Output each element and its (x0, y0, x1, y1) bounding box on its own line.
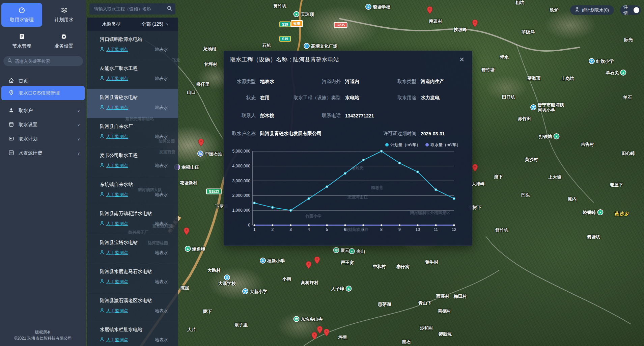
poi-label: 羊石尖 (606, 70, 619, 75)
field-value: 彭木桃 (260, 113, 274, 119)
station-meta-row: 人工监测点地表水 (100, 221, 168, 227)
culture-icon: 广 (304, 43, 310, 49)
station-name: 陆河县自来水厂 (100, 124, 168, 130)
chevron-down-icon[interactable]: ∨ (166, 22, 169, 26)
map-pin-marker[interactable] (427, 6, 432, 15)
waves-icon (61, 7, 67, 15)
monitor-point-link[interactable]: 人工监测点 (106, 279, 128, 285)
map-pin-marker[interactable] (306, 261, 311, 270)
person-icon (100, 337, 104, 343)
station-list-item[interactable]: 河口镇唱歌潭水电站人工监测点地表水 (87, 31, 178, 60)
svg-text:10: 10 (416, 227, 420, 232)
map-pin-marker[interactable] (317, 326, 323, 335)
app-tile-water-use[interactable]: 取用水管理 (1, 3, 42, 27)
station-list-item[interactable]: 水唇镇水栏肚水电站人工监测点地表水 (87, 321, 178, 346)
station-name: 河口镇唱歌潭水电站 (100, 36, 168, 43)
chevron-down-icon[interactable]: ∨ (77, 123, 80, 127)
svg-text:11: 11 (434, 227, 438, 232)
poi-mountain: ▲天珠顶 (293, 11, 314, 17)
station-list-item[interactable]: 陆河县南万镇杞洋水电站人工监测点地表水 (87, 205, 178, 234)
search-icon[interactable] (167, 6, 172, 12)
mountain-icon: ▲ (349, 248, 355, 254)
poi-label: 烧香嶂 (583, 210, 596, 215)
station-name: 友能水厂取水工程 (100, 65, 168, 72)
close-icon[interactable]: ✕ (459, 56, 465, 63)
sidebar-item-label: 取水设置 (19, 122, 37, 128)
svg-text:0: 0 (248, 223, 250, 228)
sidebar-search-input[interactable] (15, 59, 79, 64)
sidebar-item-4[interactable]: 取水计划∨ (1, 132, 85, 146)
monitor-point-link[interactable]: 人工监测点 (106, 250, 128, 256)
station-list-item[interactable]: 陆河县宝塔水电站人工监测点地表水 (87, 234, 178, 263)
station-list-item[interactable]: 陆河县自来水厂人工监测点地表水 (87, 118, 178, 147)
map-pin-marker[interactable] (312, 332, 317, 341)
poi-label: 福新小学 (267, 258, 285, 263)
monitor-point-link[interactable]: 人工监测点 (106, 192, 128, 198)
svg-text:计划量（m³/年）: 计划量（m³/年） (390, 142, 420, 147)
poi-school: 文普宁市船埔镇 河坑小学 (530, 102, 564, 112)
sidebar-item-3[interactable]: 取水设置∨ (1, 118, 85, 132)
field-value: 陆河县青砼水电发展有限公司 (260, 131, 321, 137)
gas-icon: 油 (197, 151, 203, 157)
station-list-item[interactable]: 陆河县水唇走马石水电站人工监测点地表水 (87, 263, 178, 292)
detail-toggle[interactable]: 详情 (620, 5, 641, 15)
svg-text:3: 3 (289, 227, 292, 232)
station-name: 东坑镇自来水站 (100, 182, 168, 188)
monitor-point-link[interactable]: 人工监测点 (106, 134, 128, 140)
station-search-input[interactable] (94, 6, 167, 11)
clock-icon (19, 7, 25, 15)
monitor-point-link[interactable]: 人工监测点 (106, 337, 128, 343)
station-search (89, 3, 175, 15)
poi-label: 尖山 (356, 249, 365, 254)
sidebar-search (3, 56, 83, 66)
station-name: 陆河县南万镇杞洋水电站 (100, 211, 168, 217)
station-name: 麦卡公司取水工程 (100, 153, 168, 159)
mountain-icon: ▲ (293, 11, 300, 17)
station-meta-row: 人工监测点地表水 (100, 279, 168, 285)
map-pin-marker[interactable] (472, 164, 478, 173)
map-pin-marker[interactable] (472, 20, 478, 28)
field-value: 水力发电 (421, 95, 440, 101)
map-pin-marker[interactable] (184, 228, 189, 236)
svg-text:2,000,000: 2,000,000 (232, 193, 251, 198)
station-list-item[interactable]: 陆河县青砼水电站人工监测点地表水 (87, 89, 178, 118)
monitor-point-link[interactable]: 人工监测点 (106, 221, 128, 227)
person-icon (100, 192, 104, 198)
station-list-item[interactable]: 东坑镇自来水站人工监测点地表水 (87, 176, 178, 205)
chevron-down-icon[interactable]: ∨ (77, 109, 80, 113)
station-list-item[interactable]: 陆河县激石溪老区水电站人工监测点地表水 (87, 292, 178, 321)
sidebar-item-1[interactable]: 取水口GIS信息管理 (1, 86, 85, 100)
sidebar-item-5[interactable]: 水资源计费∨ (1, 146, 85, 160)
chevron-down-icon[interactable]: ∨ (77, 137, 80, 141)
station-list-panel: 水源类型 全部 (125) ∨ 河口镇唱歌潭水电站人工监测点地表水友能水厂取水工… (87, 18, 178, 346)
sidebar-item-2[interactable]: 取水户∨ (1, 104, 85, 118)
poi-school: 文大溪学校 (218, 274, 236, 286)
field-row: 水源类型地表水河道内外河道内取水类型河道内生产 (224, 79, 473, 85)
map-pin-marker[interactable] (324, 329, 329, 338)
poi-label: 天珠顶 (301, 12, 314, 17)
station-list-item[interactable]: 麦卡公司取水工程人工监测点地表水 (87, 147, 178, 176)
monitor-point-link[interactable]: 人工监测点 (106, 76, 128, 82)
app-tile-water-saving[interactable]: 节水管理 (1, 29, 42, 53)
over-plan-button[interactable]: 超计划取水(0) (570, 5, 614, 15)
map-pin-marker[interactable] (314, 257, 320, 265)
road-badge: S19 (279, 22, 291, 27)
svg-text:8: 8 (380, 227, 383, 232)
app-tile-business-settings[interactable]: 业务设置 (44, 29, 84, 53)
monitor-point-link[interactable]: 人工监测点 (106, 308, 128, 314)
water-source-type: 地表水 (155, 250, 168, 256)
poi-school: 文璇塘学校 (365, 4, 390, 10)
monitor-point-link[interactable]: 人工监测点 (106, 105, 128, 111)
app-tile-plan-water[interactable]: 计划用水 (44, 3, 84, 27)
monitor-point-link[interactable]: 人工监测点 (106, 163, 128, 169)
station-list-item[interactable]: 友能水厂取水工程人工监测点地表水 (87, 60, 178, 89)
toggle-knob[interactable] (634, 7, 639, 13)
school-icon: 文 (242, 288, 248, 294)
poi-mountain: ▲尖山 (349, 248, 365, 254)
sidebar-item-label: 首页 (19, 78, 28, 84)
monitor-point-link[interactable]: 人工监测点 (106, 47, 128, 53)
map-pin-marker[interactable] (198, 139, 204, 148)
station-meta-row: 人工监测点地表水 (100, 134, 168, 140)
chevron-down-icon[interactable]: ∨ (77, 151, 80, 156)
filter-value-dropdown[interactable]: 全部 (125) (141, 21, 163, 27)
